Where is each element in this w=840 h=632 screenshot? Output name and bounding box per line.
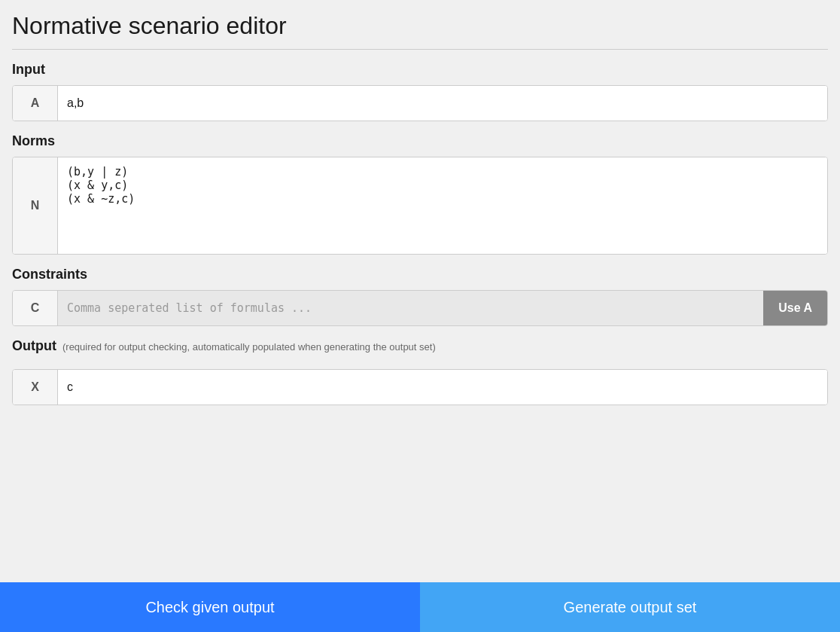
- generate-output-set-button[interactable]: Generate output set: [420, 582, 840, 632]
- page-title: Normative scenario editor: [12, 12, 828, 40]
- norms-row: N (b,y | z) (x & y,c) (x & ~z,c): [12, 157, 828, 255]
- input-row-label: A: [13, 86, 58, 121]
- constraints-row-label: C: [13, 291, 58, 325]
- spacer: [12, 405, 828, 582]
- output-row: X: [12, 369, 828, 405]
- output-label-row: Output (required for output checking, au…: [12, 338, 828, 362]
- use-a-button[interactable]: Use A: [763, 291, 827, 325]
- norms-row-label: N: [13, 157, 58, 254]
- constraints-section-label: Constraints: [12, 267, 828, 282]
- constraints-row: C Use A: [12, 290, 828, 326]
- norms-textarea[interactable]: (b,y | z) (x & y,c) (x & ~z,c): [58, 157, 827, 254]
- section-divider: [12, 49, 828, 50]
- input-row: A: [12, 85, 828, 121]
- constraints-field[interactable]: [58, 291, 763, 325]
- bottom-buttons: Check given output Generate output set: [0, 582, 840, 632]
- main-container: Normative scenario editor Input A Norms …: [0, 0, 840, 582]
- output-note: (required for output checking, automatic…: [62, 341, 436, 353]
- output-row-label: X: [13, 370, 58, 405]
- output-field[interactable]: [58, 370, 827, 405]
- input-field[interactable]: [58, 86, 827, 121]
- input-section-label: Input: [12, 62, 828, 78]
- output-section-label: Output: [12, 338, 56, 354]
- check-given-output-button[interactable]: Check given output: [0, 582, 420, 632]
- norms-section-label: Norms: [12, 133, 828, 149]
